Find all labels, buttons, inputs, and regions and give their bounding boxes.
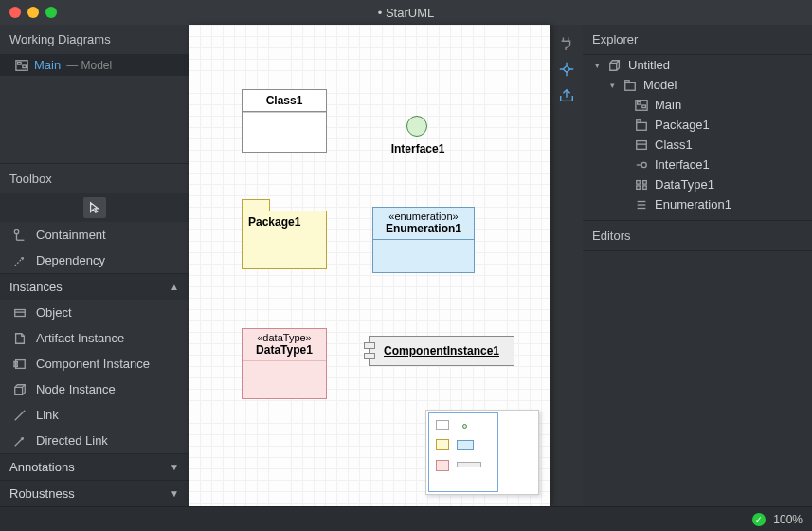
left-panel: Working Diagrams Main — Model Toolbox Co… (0, 25, 189, 506)
svg-rect-15 (625, 80, 629, 82)
toolbox-label: Artifact Instance (36, 331, 124, 345)
tree-model[interactable]: ▾ Model (583, 75, 812, 95)
diagram-canvas[interactable]: Class1 Interface1 Package1 «enumeration» (189, 25, 550, 506)
directed-link-icon (13, 434, 27, 448)
toolbox-section-robustness[interactable]: Robustness ▼ (0, 480, 189, 506)
tree-label: Untitled (628, 58, 670, 72)
svg-rect-17 (638, 101, 641, 104)
toolbox-label: Directed Link (36, 433, 108, 448)
chevron-down-icon: ▼ (170, 462, 179, 472)
explorer-tree: ▾ Untitled ▾ Model Main Package1 Class1 (583, 55, 812, 214)
toolbox-item-containment[interactable]: Containment (0, 222, 189, 247)
section-label: Instances (9, 280, 63, 294)
plug-icon[interactable] (556, 32, 577, 53)
diagram-name: Main (34, 58, 61, 72)
uml-package[interactable]: Package1 (242, 199, 327, 269)
svg-point-23 (641, 162, 646, 167)
toolbox-label: Containment (36, 228, 106, 242)
toolbox-section-instances[interactable]: Instances ▲ (0, 273, 189, 300)
minimap[interactable] (425, 410, 539, 495)
zoom-level[interactable]: 100% (773, 513, 803, 526)
class-icon (634, 138, 649, 152)
working-diagram-main[interactable]: Main — Model (0, 54, 189, 76)
model-icon (623, 79, 638, 92)
svg-rect-18 (642, 105, 646, 108)
toolbox-section-annotations[interactable]: Annotations ▼ (0, 453, 189, 480)
diagram-icon (15, 59, 28, 72)
svg-rect-7 (15, 309, 26, 316)
working-diagrams-header: Working Diagrams (0, 25, 189, 54)
share-icon[interactable] (556, 85, 577, 106)
toolbox-item-component-instance[interactable]: Component Instance (0, 351, 189, 376)
uml-class[interactable]: Class1 (242, 89, 327, 153)
tree-label: Package1 (655, 118, 710, 132)
right-panel: Explorer ▾ Untitled ▾ Model Main Package… (583, 25, 812, 506)
svg-rect-21 (637, 140, 647, 149)
diagram-area: Class1 Interface1 Package1 «enumeration» (189, 25, 583, 506)
svg-rect-14 (625, 82, 636, 90)
tree-item-enumeration[interactable]: Enumeration1 (583, 194, 812, 214)
svg-rect-20 (637, 119, 641, 122)
section-label: Robustness (9, 486, 75, 501)
tree-label: Class1 (655, 137, 693, 152)
svg-rect-1 (18, 62, 22, 64)
svg-point-3 (14, 229, 18, 233)
package-name: Package1 (248, 215, 300, 229)
dependency-icon (13, 254, 27, 267)
locate-icon[interactable] (556, 59, 577, 80)
window-title: • StarUML (0, 6, 812, 20)
toolbox-item-dependency[interactable]: Dependency (0, 247, 189, 273)
expand-icon[interactable]: ▾ (592, 61, 602, 70)
enumeration-stereotype: «enumeration» (373, 208, 474, 222)
tree-label: Interface1 (655, 157, 710, 172)
svg-rect-2 (23, 65, 27, 68)
svg-line-6 (15, 257, 24, 266)
section-label: Annotations (9, 460, 75, 474)
expand-icon[interactable]: ▾ (607, 81, 617, 90)
toolbox-label: Component Instance (36, 357, 150, 371)
diagram-type-suffix: — Model (66, 59, 112, 72)
toolbox-item-node-instance[interactable]: Node Instance (0, 376, 189, 402)
uml-datatype[interactable]: «dataType» DataType1 (242, 328, 327, 399)
statusbar: ✓ 100% (0, 506, 812, 531)
svg-rect-26 (643, 180, 647, 184)
toolbox-item-link[interactable]: Link (0, 402, 189, 428)
svg-rect-19 (637, 122, 647, 130)
validation-ok-icon[interactable]: ✓ (752, 513, 766, 526)
toolbox-label: Node Instance (36, 382, 116, 396)
object-icon (13, 306, 27, 320)
uml-enumeration[interactable]: «enumeration» Enumeration1 (372, 207, 475, 273)
toolbox-header: Toolbox (0, 163, 189, 193)
tree-item-interface[interactable]: Interface1 (583, 155, 812, 174)
tree-label: DataType1 (655, 177, 714, 192)
toolbox-item-object[interactable]: Object (0, 300, 189, 325)
uml-component-instance[interactable]: ComponentInstance1 (369, 336, 514, 366)
project-icon (607, 59, 623, 72)
tree-item-datatype[interactable]: DataType1 (583, 174, 812, 194)
interface-icon (634, 158, 649, 172)
diagram-icon (634, 99, 649, 112)
toolbox-item-artifact-instance[interactable]: Artifact Instance (0, 325, 189, 351)
tree-item-package[interactable]: Package1 (583, 115, 812, 135)
datatype-name: DataType1 (243, 343, 326, 360)
enumeration-icon (634, 198, 649, 211)
node-icon (13, 383, 27, 396)
class-name: Class1 (243, 90, 326, 112)
chevron-up-icon: ▲ (170, 282, 179, 292)
tree-item-class[interactable]: Class1 (583, 135, 812, 155)
containment-icon (13, 229, 27, 242)
datatype-icon (634, 178, 649, 192)
tree-label: Main (655, 98, 681, 112)
link-icon (13, 409, 27, 422)
svg-line-12 (15, 410, 26, 420)
toolbox-selection-tool[interactable] (0, 193, 189, 222)
uml-interface[interactable]: Interface1 (406, 116, 427, 137)
editors-header: Editors (583, 220, 812, 251)
titlebar: • StarUML (0, 0, 812, 25)
toolbox-label: Link (36, 408, 59, 422)
toolbox-item-directed-link[interactable]: Directed Link (0, 428, 189, 453)
tree-item-main[interactable]: Main (583, 95, 812, 115)
svg-line-13 (15, 437, 24, 446)
tree-root[interactable]: ▾ Untitled (583, 55, 812, 75)
canvas-view-strip (550, 25, 583, 506)
